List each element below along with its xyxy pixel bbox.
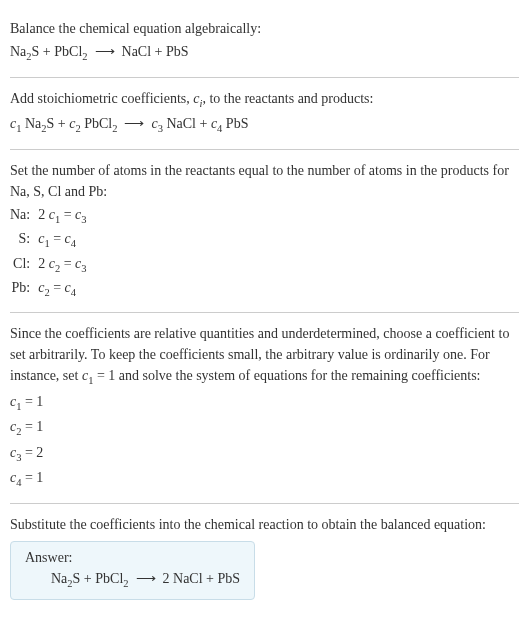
balance-eq: 2 c2 = c3 — [38, 253, 86, 278]
balance-row-pb: Pb: c2 = c4 — [10, 277, 87, 302]
atom-balance-table: Na: 2 c1 = c3 S: c1 = c4 Cl: 2 c2 = c3 P… — [10, 204, 87, 302]
soln-val: = 2 — [21, 445, 43, 460]
text-fragment: = 1 and solve the system of equations fo… — [93, 368, 480, 383]
element-label: Cl: — [10, 253, 38, 278]
soln-val: = 1 — [21, 470, 43, 485]
element-label: S: — [10, 228, 38, 253]
problem-intro: Balance the chemical equation algebraica… — [10, 18, 519, 39]
section-problem: Balance the chemical equation algebraica… — [10, 8, 519, 77]
balance-eq: c2 = c4 — [38, 277, 86, 302]
text-fragment: Add stoichiometric coefficients, — [10, 91, 193, 106]
answer-box: Answer: Na2S + PbCl2 ⟶ 2 NaCl + PbS — [10, 541, 255, 600]
soln-c2: c2 = 1 — [10, 416, 519, 440]
balance-row-cl: Cl: 2 c2 = c3 — [10, 253, 87, 278]
balance-row-s: S: c1 = c4 — [10, 228, 87, 253]
section-solve: Since the coefficients are relative quan… — [10, 313, 519, 503]
soln-val: = 1 — [21, 419, 43, 434]
text-fragment: , to the reactants and products: — [202, 91, 373, 106]
balance-eq: c1 = c4 — [38, 228, 86, 253]
unbalanced-equation: Na2S + PbCl2 ⟶ NaCl + PbS — [10, 41, 519, 65]
element-label: Na: — [10, 204, 38, 229]
soln-c1: c1 = 1 — [10, 391, 519, 415]
atom-balance-intro: Set the number of atoms in the reactants… — [10, 160, 519, 202]
section-add-coeffs: Add stoichiometric coefficients, ci, to … — [10, 78, 519, 149]
substitute-intro: Substitute the coefficients into the che… — [10, 514, 519, 535]
section-atom-balance: Set the number of atoms in the reactants… — [10, 150, 519, 312]
add-coeffs-intro: Add stoichiometric coefficients, ci, to … — [10, 88, 519, 112]
soln-c4: c4 = 1 — [10, 467, 519, 491]
balance-row-na: Na: 2 c1 = c3 — [10, 204, 87, 229]
solve-intro: Since the coefficients are relative quan… — [10, 323, 519, 389]
soln-val: = 1 — [21, 394, 43, 409]
section-substitute: Substitute the coefficients into the che… — [10, 504, 519, 610]
element-label: Pb: — [10, 277, 38, 302]
balanced-equation: Na2S + PbCl2 ⟶ 2 NaCl + PbS — [25, 570, 240, 589]
equation-with-coeffs: c1 Na2S + c2 PbCl2 ⟶ c3 NaCl + c4 PbS — [10, 113, 519, 137]
balance-eq: 2 c1 = c3 — [38, 204, 86, 229]
soln-c3: c3 = 2 — [10, 442, 519, 466]
answer-title: Answer: — [25, 550, 240, 566]
